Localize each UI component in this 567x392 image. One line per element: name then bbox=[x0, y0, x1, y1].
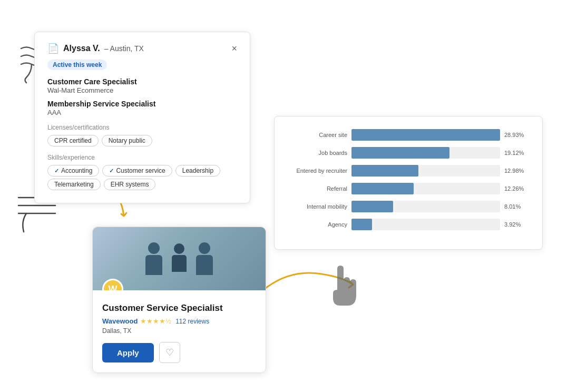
license-tag-cpr: CPR certified bbox=[47, 135, 99, 146]
close-button[interactable]: × bbox=[231, 43, 237, 54]
bar-career bbox=[351, 129, 500, 141]
skills-label: Skills/experience bbox=[47, 154, 237, 161]
chart-row-internal: Internal mobility 8.01% bbox=[289, 201, 527, 212]
profile-document-icon: 📄 bbox=[47, 43, 59, 54]
chart-label-career: Career site bbox=[289, 132, 347, 138]
active-badge: Active this week bbox=[47, 60, 107, 70]
chart-card: Career site 28.93% Job boards 19.12% Ent… bbox=[274, 116, 543, 250]
job-card-location: Dallas, TX bbox=[102, 327, 256, 335]
job-card-stars: ★★★★ bbox=[140, 317, 165, 325]
bar-internal bbox=[351, 201, 500, 212]
job-card-half-star: ½ bbox=[165, 317, 171, 325]
job-card-image: W bbox=[93, 227, 266, 290]
job-card-title: Customer Service Specialist bbox=[102, 303, 256, 313]
profile-header: 📄 Alyssa V. – Austin, TX × bbox=[47, 43, 237, 54]
skill-tag-leadership: Leadership bbox=[175, 165, 220, 177]
license-tag-notary: Notary public bbox=[102, 135, 152, 146]
job-actions: Apply ♡ bbox=[102, 342, 256, 363]
job-company-1: Wal-Mart Ecommerce bbox=[47, 86, 237, 94]
job-title-1: Customer Care Specialist bbox=[47, 77, 237, 86]
chart-row-jobboards: Job boards 19.12% bbox=[289, 147, 527, 159]
heart-icon: ♡ bbox=[165, 347, 174, 358]
chart-row-referral: Referral 12.26% bbox=[289, 183, 527, 194]
bar-jobboards bbox=[351, 147, 500, 159]
job-card: W Customer Service Specialist Wavewood ★… bbox=[92, 227, 266, 373]
bar-value-referral: 12.26% bbox=[504, 185, 527, 192]
job-title-2: Membership Service Specialist bbox=[47, 100, 237, 108]
skills-tags-row-1: ✓ Accounting ✓ Customer service Leadersh… bbox=[47, 165, 237, 177]
skills-tags-row-2: Telemarketing EHR systems bbox=[47, 179, 237, 190]
skill-tag-accounting: ✓ Accounting bbox=[47, 165, 99, 177]
job-card-reviews: 112 reviews bbox=[175, 318, 209, 325]
bar-value-jobboards: 19.12% bbox=[504, 150, 527, 156]
chart-label-jobboards: Job boards bbox=[289, 150, 347, 156]
skill-tag-ehr: EHR systems bbox=[104, 179, 156, 190]
profile-name-row: 📄 Alyssa V. – Austin, TX bbox=[47, 43, 144, 54]
bar-value-internal: 8.01% bbox=[504, 203, 527, 210]
chart-row-career: Career site 28.93% bbox=[289, 129, 527, 141]
bar-value-recruiter: 12.98% bbox=[504, 168, 527, 174]
job-card-body: Customer Service Specialist Wavewood ★★★… bbox=[93, 290, 266, 373]
apply-button[interactable]: Apply bbox=[102, 343, 154, 362]
skill-tag-telemarketing: Telemarketing bbox=[47, 179, 101, 190]
chart-label-referral: Referral bbox=[289, 185, 347, 192]
profile-card: 📄 Alyssa V. – Austin, TX × Active this w… bbox=[34, 32, 250, 203]
bar-value-career: 28.93% bbox=[504, 132, 527, 138]
licenses-tags: CPR certified Notary public bbox=[47, 135, 237, 146]
bar-value-agency: 3.92% bbox=[504, 221, 527, 228]
profile-name: Alyssa V. bbox=[63, 44, 100, 53]
chart-label-recruiter: Entered by recruiter bbox=[289, 168, 347, 174]
licenses-label: Licenses/certifications bbox=[47, 124, 237, 131]
chart-row-agency: Agency 3.92% bbox=[289, 219, 527, 230]
job-card-company: Wavewood bbox=[102, 317, 138, 325]
skill-tag-customer-service: ✓ Customer service bbox=[102, 165, 172, 177]
chart-label-internal: Internal mobility bbox=[289, 203, 347, 210]
chart-label-agency: Agency bbox=[289, 221, 347, 228]
bar-recruiter bbox=[351, 165, 500, 177]
bar-agency bbox=[351, 219, 500, 230]
job-card-meta: Wavewood ★★★★½ 112 reviews bbox=[102, 316, 256, 326]
job-company-2: AAA bbox=[47, 109, 237, 116]
chart-row-recruiter: Entered by recruiter 12.98% bbox=[289, 165, 527, 177]
bar-referral bbox=[351, 183, 500, 194]
save-button[interactable]: ♡ bbox=[159, 342, 180, 363]
decorative-arrow-2 bbox=[258, 258, 364, 300]
decorative-cursor bbox=[321, 258, 374, 321]
profile-location: – Austin, TX bbox=[104, 44, 144, 53]
